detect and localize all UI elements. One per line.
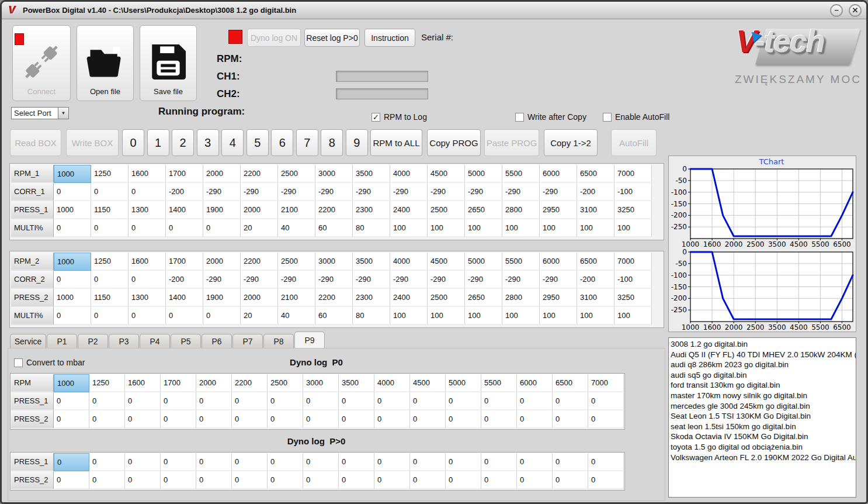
tab-p8[interactable]: P8 [263, 334, 294, 348]
cell-PRESS_2-3[interactable]: 1400 [166, 289, 203, 307]
cell-PRESS_2-7[interactable]: 0 [303, 471, 339, 489]
cell-RPM_1-7[interactable]: 3000 [315, 165, 353, 183]
cell-MULTI%-11[interactable]: 100 [465, 219, 502, 237]
cell-MULTI%-4[interactable]: 0 [203, 219, 241, 237]
cell-MULTI%-12[interactable]: 100 [502, 307, 540, 325]
cell-PRESS_1-12[interactable]: 0 [481, 453, 517, 471]
cell-MULTI%-0[interactable]: 0 [54, 307, 91, 325]
cell-PRESS_1-7[interactable]: 2200 [315, 201, 353, 219]
cell-RPM-10[interactable]: 4500 [410, 374, 446, 392]
close-button[interactable]: ✕ [849, 4, 862, 17]
cell-RPM_1-15[interactable]: 7000 [614, 165, 652, 183]
cell-PRESS_2-6[interactable]: 2100 [278, 289, 315, 307]
cell-PRESS_1-8[interactable]: 0 [339, 453, 374, 471]
instruction-button[interactable]: Instruction [364, 29, 415, 47]
cell-PRESS_2-0[interactable]: 0 [54, 410, 89, 429]
cell-RPM_1-14[interactable]: 6500 [577, 165, 614, 183]
cell-CORR_1-13[interactable]: -290 [540, 183, 577, 201]
cell-PRESS_1-4[interactable]: 0 [196, 453, 232, 471]
cell-RPM_1-5[interactable]: 2200 [241, 165, 278, 183]
cell-MULTI%-7[interactable]: 60 [315, 307, 353, 325]
cell-CORR_1-14[interactable]: -200 [577, 183, 614, 201]
list-item[interactable]: Skoda Octavia IV 150KM Go Digital.bin [671, 431, 856, 442]
cell-PRESS_2-15[interactable]: 0 [588, 471, 624, 489]
cell-RPM_1-2[interactable]: 1600 [129, 165, 166, 183]
cell-PRESS_1-13[interactable]: 0 [517, 392, 553, 410]
list-item[interactable]: Seat Leon 1.5 TSI 130KM Go Digital.bin [671, 411, 856, 422]
cell-PRESS_2-9[interactable]: 2400 [390, 289, 428, 307]
cell-CORR_2-8[interactable]: -290 [353, 271, 390, 289]
cell-PRESS_2-3[interactable]: 0 [161, 471, 196, 489]
cell-MULTI%-13[interactable]: 100 [540, 307, 577, 325]
list-item[interactable]: Volkswagen Arteon FL 2.0 190KM 2022 Go D… [671, 453, 856, 463]
cell-RPM-15[interactable]: 7000 [588, 374, 624, 392]
cell-MULTI%-10[interactable]: 100 [428, 219, 465, 237]
cell-PRESS_1-5[interactable]: 2000 [241, 201, 278, 219]
cell-CORR_1-11[interactable]: -290 [465, 183, 502, 201]
digit-button-3[interactable]: 3 [197, 129, 219, 156]
list-item[interactable]: ford transit 130km go digital.bin [671, 380, 856, 391]
cell-MULTI%-4[interactable]: 0 [203, 307, 241, 325]
cell-CORR_2-0[interactable]: 0 [54, 271, 91, 289]
cell-RPM_1-12[interactable]: 5500 [502, 165, 540, 183]
cell-RPM_2-15[interactable]: 7000 [614, 253, 652, 271]
cell-PRESS_1-2[interactable]: 0 [125, 392, 161, 410]
tab-p6[interactable]: P6 [202, 334, 232, 348]
cell-RPM_2-6[interactable]: 2500 [278, 253, 315, 271]
cell-PRESS_1-15[interactable]: 0 [588, 453, 624, 471]
minimize-button[interactable]: − [830, 4, 843, 17]
checkbox-box[interactable] [603, 113, 612, 122]
cell-PRESS_2-12[interactable]: 0 [481, 471, 517, 489]
digit-button-1[interactable]: 1 [147, 129, 169, 156]
write-after-copy-checkbox[interactable]: Write after Copy [515, 112, 586, 122]
cell-PRESS_1-9[interactable]: 2400 [390, 201, 428, 219]
cell-CORR_1-15[interactable]: -100 [614, 183, 652, 201]
cell-CORR_2-15[interactable]: -100 [614, 271, 652, 289]
cell-MULTI%-15[interactable]: 100 [614, 307, 652, 325]
cell-MULTI%-9[interactable]: 100 [390, 219, 428, 237]
cell-RPM-14[interactable]: 6500 [553, 374, 588, 392]
cell-MULTI%-13[interactable]: 100 [540, 219, 577, 237]
cell-PRESS_2-7[interactable]: 2200 [315, 289, 353, 307]
cell-PRESS_2-4[interactable]: 1900 [203, 289, 241, 307]
cell-RPM_2-3[interactable]: 1700 [166, 253, 203, 271]
cell-CORR_2-1[interactable]: 0 [91, 271, 129, 289]
cell-RPM_2-4[interactable]: 2000 [203, 253, 241, 271]
cell-PRESS_2-14[interactable]: 0 [553, 471, 588, 489]
cell-PRESS_1-1[interactable]: 0 [89, 392, 125, 410]
save-file-button[interactable]: Save file [140, 25, 197, 101]
cell-PRESS_1-9[interactable]: 0 [374, 392, 410, 410]
cell-PRESS_2-4[interactable]: 0 [196, 471, 232, 489]
cell-PRESS_1-12[interactable]: 2800 [502, 201, 540, 219]
cell-PRESS_1-12[interactable]: 0 [481, 392, 517, 410]
cell-MULTI%-3[interactable]: 0 [166, 307, 203, 325]
checkbox-box[interactable]: ✓ [371, 113, 380, 122]
cell-RPM-5[interactable]: 2200 [232, 374, 268, 392]
cell-PRESS_2-9[interactable]: 0 [374, 410, 410, 429]
chevron-down-icon[interactable]: ▼ [58, 107, 69, 119]
cell-PRESS_2-13[interactable]: 0 [517, 471, 553, 489]
cell-PRESS_1-2[interactable]: 1300 [129, 201, 166, 219]
cell-RPM-12[interactable]: 5500 [481, 374, 517, 392]
cell-PRESS_1-14[interactable]: 0 [553, 453, 588, 471]
cell-CORR_2-9[interactable]: -290 [390, 271, 428, 289]
cell-PRESS_2-12[interactable]: 0 [481, 410, 517, 429]
cell-MULTI%-14[interactable]: 100 [577, 307, 614, 325]
cell-RPM_2-2[interactable]: 1600 [129, 253, 166, 271]
cell-RPM_2-1[interactable]: 1250 [91, 253, 129, 271]
cell-PRESS_2-12[interactable]: 2800 [502, 289, 540, 307]
cell-PRESS_1-0[interactable]: 0 [54, 453, 89, 471]
cell-PRESS_2-14[interactable]: 0 [553, 410, 588, 429]
cell-CORR_1-10[interactable]: -290 [428, 183, 465, 201]
cell-RPM_2-14[interactable]: 6500 [577, 253, 614, 271]
cell-CORR_2-7[interactable]: -290 [315, 271, 353, 289]
cell-MULTI%-1[interactable]: 0 [91, 219, 129, 237]
cell-MULTI%-6[interactable]: 40 [278, 219, 315, 237]
cell-RPM_2-0[interactable]: 1000 [54, 253, 91, 271]
cell-PRESS_1-10[interactable]: 0 [410, 453, 446, 471]
list-item[interactable]: mercedes gle 300d 245km go digital.bin [671, 401, 856, 412]
cell-RPM-4[interactable]: 2000 [196, 374, 232, 392]
cell-PRESS_1-15[interactable]: 0 [588, 392, 624, 410]
cell-PRESS_2-14[interactable]: 3100 [577, 289, 614, 307]
copy-prog-button[interactable]: Copy PROG [427, 129, 481, 156]
